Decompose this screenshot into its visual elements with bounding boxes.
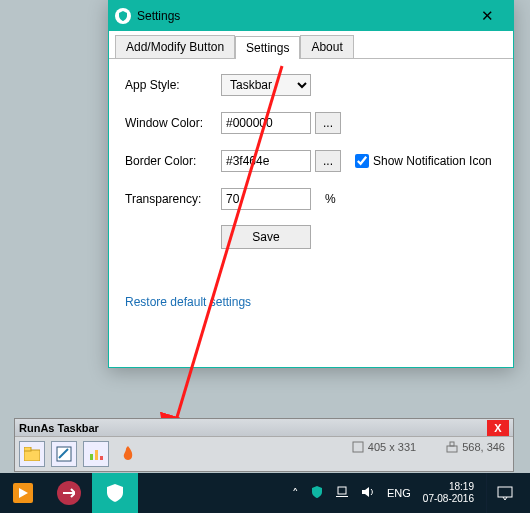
dimensions-readout-2: 568, 346	[446, 441, 505, 453]
show-notification-label: Show Notification Icon	[373, 154, 492, 168]
runas-status: 405 x 331 568, 346	[352, 441, 505, 453]
runas-titlebar: RunAs Taskbar X	[15, 419, 513, 437]
tab-add-modify[interactable]: Add/Modify Button	[115, 35, 235, 58]
restore-defaults-link[interactable]: Restore default settings	[125, 295, 497, 309]
dimensions-readout-1: 405 x 331	[352, 441, 416, 453]
svg-rect-8	[447, 446, 457, 452]
flame-icon[interactable]	[115, 441, 141, 467]
tray-notifications-icon[interactable]	[486, 473, 522, 513]
windows-taskbar: ˄ ENG 18:19 07-08-2016	[0, 473, 530, 513]
save-button[interactable]: Save	[221, 225, 311, 249]
shield-icon	[115, 8, 131, 24]
border-color-picker-button[interactable]: ...	[315, 150, 341, 172]
tray-network-icon[interactable]	[335, 486, 349, 501]
svg-rect-13	[336, 496, 348, 497]
titlebar: Settings ✕	[109, 1, 513, 31]
taskbar-app-1[interactable]	[0, 473, 46, 513]
show-notification-checkbox[interactable]: Show Notification Icon	[355, 154, 492, 168]
tray-datetime[interactable]: 18:19 07-08-2016	[423, 481, 474, 505]
tab-about[interactable]: About	[300, 35, 353, 58]
runas-title-text: RunAs Taskbar	[19, 422, 99, 434]
svg-rect-5	[95, 450, 98, 460]
dialog-title: Settings	[137, 9, 180, 23]
app-style-label: App Style:	[125, 78, 221, 92]
svg-marker-14	[362, 487, 369, 497]
close-button[interactable]: ✕	[467, 1, 507, 31]
tray-shield-icon[interactable]	[311, 486, 323, 501]
chart-icon[interactable]	[83, 441, 109, 467]
window-color-label: Window Color:	[125, 116, 221, 130]
svg-rect-12	[338, 487, 346, 494]
settings-dialog: Settings ✕ Add/Modify Button Settings Ab…	[108, 0, 514, 368]
window-color-input[interactable]	[221, 112, 311, 134]
tray-volume-icon[interactable]	[361, 486, 375, 501]
show-notification-input[interactable]	[355, 154, 369, 168]
svg-rect-4	[90, 454, 93, 460]
border-color-input[interactable]	[221, 150, 311, 172]
explorer-icon[interactable]	[19, 441, 45, 467]
runas-close-button[interactable]: X	[487, 420, 509, 436]
tabstrip: Add/Modify Button Settings About	[109, 33, 513, 59]
svg-rect-7	[353, 442, 363, 452]
system-tray: ˄ ENG 18:19 07-08-2016	[292, 473, 530, 513]
svg-rect-9	[450, 442, 454, 446]
svg-rect-15	[498, 487, 512, 497]
taskbar-app-runas[interactable]	[92, 473, 138, 513]
window-color-picker-button[interactable]: ...	[315, 112, 341, 134]
settings-panel: App Style: Taskbar Window Color: ... Bor…	[109, 59, 513, 323]
paint-icon[interactable]	[51, 441, 77, 467]
svg-rect-6	[100, 456, 103, 460]
tray-chevron-up-icon[interactable]: ˄	[292, 486, 299, 501]
runas-taskbar-window: RunAs Taskbar X 405 x 331 568, 346	[14, 418, 514, 472]
tray-language[interactable]: ENG	[387, 487, 411, 499]
app-style-select[interactable]: Taskbar	[221, 74, 311, 96]
border-color-label: Border Color:	[125, 154, 221, 168]
svg-rect-1	[24, 450, 40, 461]
transparency-label: Transparency:	[125, 192, 221, 206]
percent-label: %	[325, 192, 336, 206]
svg-rect-2	[24, 447, 31, 451]
transparency-input[interactable]	[221, 188, 311, 210]
taskbar-app-2[interactable]	[46, 473, 92, 513]
tab-settings[interactable]: Settings	[235, 36, 300, 59]
